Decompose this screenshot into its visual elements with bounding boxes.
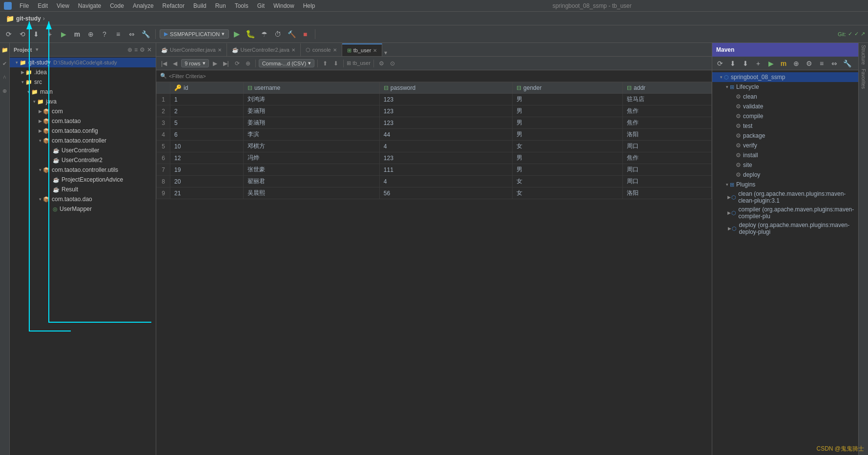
run-config-selector[interactable]: ▶ SSMPAPPLICATION ▾ — [160, 29, 229, 39]
table-row[interactable]: 4 6 李滨 44 男 洛阳 — [157, 129, 712, 141]
db-reload[interactable]: ⟳ — [233, 59, 242, 68]
maven-add-btn[interactable]: + — [752, 58, 764, 69]
menu-item-run[interactable]: Run — [211, 1, 230, 10]
toolbar-question-btn[interactable]: ? — [99, 28, 110, 40]
csv-selector[interactable]: Comma-...d (CSV) ▾ — [259, 59, 314, 67]
tree-item-java[interactable]: ▾ 📁 java — [10, 97, 156, 106]
menu-item-refactor[interactable]: Refactor — [159, 1, 188, 10]
tree-item-com[interactable]: ▶ 📦 com — [10, 106, 156, 116]
col-addr[interactable]: ⊟addr — [623, 83, 712, 94]
tab-tbuser-close[interactable]: ✕ — [373, 48, 377, 53]
maven-validate[interactable]: ⚙ validate — [712, 102, 858, 111]
git-push-icon[interactable]: ↗ — [861, 31, 865, 37]
maven-collapse-btn[interactable]: ≡ — [816, 58, 827, 69]
tab-uc-close[interactable]: ✕ — [218, 47, 222, 53]
toolbar-play-btn[interactable]: ▶ — [58, 28, 69, 40]
stop-btn[interactable]: ■ — [299, 28, 311, 40]
table-row[interactable]: 6 12 冯烨 123 男 焦作 — [157, 152, 712, 164]
maven-m-btn[interactable]: m — [778, 58, 789, 69]
menu-item-tools[interactable]: Tools — [231, 1, 252, 10]
tab-console-close[interactable]: ✕ — [333, 47, 337, 53]
menu-item-git[interactable]: Git — [253, 1, 269, 10]
db-export-up[interactable]: ⬆ — [321, 59, 330, 68]
tree-item-controller[interactable]: ▾ 📦 com.taotao.controller — [10, 136, 156, 145]
table-row[interactable]: 5 10 邓棋方 4 女 周口 — [157, 141, 712, 152]
maven-package[interactable]: ⚙ package — [712, 131, 858, 141]
col-username[interactable]: ⊟username — [243, 83, 379, 94]
tree-item-usercontroller[interactable]: ☕ UserController — [10, 145, 156, 155]
menu-item-code[interactable]: Code — [106, 1, 128, 10]
db-import-down[interactable]: ⬇ — [331, 59, 340, 68]
toolbar-arrows-btn[interactable]: ⇔ — [126, 28, 138, 40]
maven-deploy[interactable]: ⚙ deploy — [712, 170, 858, 180]
toolbar-download-btn[interactable]: ⬇ — [30, 28, 42, 40]
tab-tb-user[interactable]: ⊞ tb_user ✕ — [342, 43, 383, 56]
panel-locate-btn[interactable]: ⊕ — [127, 46, 132, 53]
tab-more-btn[interactable]: ▾ — [382, 49, 389, 56]
db-first-page[interactable]: |◀ — [159, 59, 169, 68]
table-row[interactable]: 7 19 张世豪 111 男 周口 — [157, 164, 712, 176]
menu-item-view[interactable]: View — [53, 1, 73, 10]
table-row[interactable]: 3 5 姜涵翔 123 男 焦作 — [157, 117, 712, 129]
maven-settings-btn[interactable]: ⚙ — [803, 58, 815, 69]
left-icon-project[interactable]: 📁 — [0, 45, 10, 55]
tree-item-taotao[interactable]: ▶ 📦 com.taotao — [10, 116, 156, 126]
db-prev-page[interactable]: ◀ — [171, 59, 179, 68]
left-icon-commit[interactable]: ✔ — [0, 59, 10, 68]
tree-item-src[interactable]: ▾ 📁 src — [10, 77, 156, 87]
maven-site[interactable]: ⚙ site — [712, 160, 858, 170]
debug-button[interactable]: 🐛 — [245, 28, 256, 40]
toolbar-sync-btn[interactable]: ⟳ — [3, 28, 15, 40]
maven-plugin-deploy[interactable]: ▶ ⬡ deploy (org.apache.maven.plugins:mav… — [712, 221, 858, 236]
project-panel-dropdown[interactable]: ▾ — [36, 46, 39, 53]
left-icon-git[interactable]: ⑃ — [0, 72, 10, 82]
rows-selector[interactable]: 9 rows ▾ — [181, 59, 208, 67]
run-button[interactable]: ▶ — [231, 28, 243, 40]
maven-refresh-btn[interactable]: ⬇ — [727, 58, 739, 69]
menu-item-window[interactable]: Window — [269, 1, 298, 10]
maven-root-item[interactable]: ▾ ⬡ springboot_08_ssmp — [712, 72, 858, 82]
maven-install[interactable]: ⚙ install — [712, 150, 858, 160]
db-next-page[interactable]: ▶ — [211, 59, 219, 68]
tree-item-usermapper[interactable]: ◎ UserMapper — [10, 204, 156, 214]
menu-item-navigate[interactable]: Navigate — [74, 1, 105, 10]
tab-usercontroller[interactable]: ☕ UserController.java ✕ — [156, 43, 227, 56]
menu-item-build[interactable]: Build — [189, 1, 210, 10]
maven-skip-btn[interactable]: ⊕ — [790, 58, 802, 69]
table-row[interactable]: 8 20 翟丽君 4 女 周口 — [157, 176, 712, 187]
maven-plugins-section[interactable]: ▾ ⊞ Plugins — [712, 180, 858, 189]
toolbar-add-btn[interactable]: + — [44, 28, 56, 40]
toolbar-refresh-btn[interactable]: ⟲ — [17, 28, 28, 40]
tree-item-root[interactable]: ▾ 📁 git-study D:\Study\GitCode\git-study — [10, 58, 156, 67]
menu-item-help[interactable]: Help — [299, 1, 319, 10]
tree-item-dao[interactable]: ▾ 📦 com.taotao.dao — [10, 194, 156, 204]
tree-item-config[interactable]: ▶ 📦 com.taotao.config — [10, 126, 156, 136]
tree-item-pea[interactable]: ☕ ProjectExceptionAdvice — [10, 175, 156, 185]
toolbar-wrench-btn[interactable]: 🔧 — [140, 28, 151, 40]
table-row[interactable]: 9 21 吴晨熙 56 女 洛阳 — [157, 187, 712, 199]
build-project-btn[interactable]: 🔨 — [286, 28, 297, 40]
db-extra[interactable]: ⊕ — [244, 59, 252, 68]
profile-button[interactable]: ⏱ — [272, 28, 284, 40]
favorites-label[interactable]: Favorites — [860, 67, 867, 91]
panel-collapse-btn[interactable]: ≡ — [134, 46, 138, 53]
tree-item-main[interactable]: ▾ 📁 main — [10, 87, 156, 97]
left-icon-remote[interactable]: ⊕ — [0, 86, 10, 96]
table-row[interactable]: 1 1 刘鸿涛 123 男 驻马店 — [157, 94, 712, 105]
maven-test[interactable]: ⚙ test — [712, 121, 858, 131]
data-table-container[interactable]: 🔑id ⊟username ⊟password ⊟gender ⊟addr 1 … — [156, 82, 712, 455]
maven-plugin-compiler[interactable]: ▶ ⬡ compiler (org.apache.maven.plugins:m… — [712, 205, 858, 221]
maven-download-btn[interactable]: ⬇ — [740, 58, 751, 69]
menu-item-edit[interactable]: Edit — [34, 1, 52, 10]
project-name[interactable]: git-study — [16, 15, 41, 22]
maven-clean[interactable]: ⚙ clean — [712, 92, 858, 102]
tab-uc2-close[interactable]: ✕ — [291, 47, 295, 53]
panel-settings-btn[interactable]: ⚙ — [140, 46, 145, 53]
maven-compile[interactable]: ⚙ compile — [712, 111, 858, 121]
col-gender[interactable]: ⊟gender — [513, 83, 623, 94]
tree-item-utils[interactable]: ▾ 📦 com.taotao.controller.utils — [10, 165, 156, 175]
filter-placeholder[interactable]: <Filter Criteria> — [169, 73, 206, 79]
col-password[interactable]: ⊟password — [379, 83, 512, 94]
structure-label[interactable]: Structure — [860, 43, 867, 67]
db-last-page[interactable]: ▶| — [221, 59, 231, 68]
